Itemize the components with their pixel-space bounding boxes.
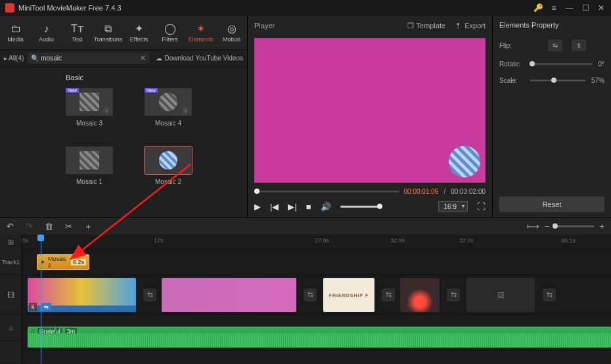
playhead[interactable] <box>41 235 41 363</box>
play-button[interactable]: ▶ <box>254 202 261 212</box>
redo-button[interactable]: ↷ <box>26 221 33 231</box>
zoom-fit-button[interactable]: ⟼ <box>527 221 539 231</box>
video-clip-2[interactable] <box>162 278 296 312</box>
prev-frame-button[interactable]: |◀ <box>270 202 279 212</box>
video-track[interactable]: 🔇 ⇆ ⇆ ⇆ FRIENDSHIP F ⇆ ⇆ 🖼 ⇆ <box>22 275 611 315</box>
tab-elements[interactable]: ✶Elements <box>185 16 216 49</box>
category-label: Basic <box>66 74 240 81</box>
tab-transitions[interactable]: ⧉Transitions <box>93 16 124 49</box>
search-input[interactable] <box>28 53 149 64</box>
video-clip-4[interactable] <box>400 278 440 312</box>
rotate-value: 0° <box>598 60 604 68</box>
motion-icon: ◎ <box>227 22 237 35</box>
tab-motion[interactable]: ◎Motion <box>216 16 247 49</box>
element-clip-mosaic-2[interactable]: ✶ Mosaic 2 6.2s <box>37 254 89 270</box>
seek-slider[interactable] <box>254 191 399 193</box>
elements-track[interactable]: ✶ Mosaic 2 6.2s <box>22 249 611 275</box>
undo-button[interactable]: ↶ <box>7 221 14 231</box>
export-button[interactable]: ⭱Export <box>455 22 486 30</box>
rotate-label: Rotate: <box>499 60 524 68</box>
rotate-slider[interactable] <box>530 63 593 65</box>
clear-search-button[interactable]: ✕ <box>140 54 146 62</box>
transition-slot-5[interactable]: ⇆ <box>543 288 556 302</box>
track1-label: Track1 <box>0 249 22 275</box>
tab-audio[interactable]: ♪Audio <box>31 16 62 49</box>
flip-vertical-button[interactable]: ⥮ <box>572 39 586 51</box>
video-clip-1[interactable]: 🔇 ⇆ <box>28 278 136 312</box>
text-icon: Tᴛ <box>71 22 83 35</box>
fullscreen-button[interactable]: ⛶ <box>477 202 486 212</box>
transition-slot-4[interactable]: ⇆ <box>447 288 460 302</box>
template-icon: ❐ <box>407 22 414 30</box>
aspect-ratio-select[interactable]: 16:9 <box>438 201 468 212</box>
clip-mute-icon[interactable]: 🔇 <box>29 303 37 311</box>
transition-slot-3[interactable]: ⇆ <box>382 288 395 302</box>
transition-slot-2[interactable]: ⇆ <box>304 288 317 302</box>
element-thumb-mosaic-3[interactable]: New↓ Mosaic 3 <box>66 88 113 127</box>
tab-filters[interactable]: ◯Filters <box>154 16 185 49</box>
tab-media[interactable]: 🗀Media <box>0 16 31 49</box>
current-time: 00:00:01:06 <box>404 188 439 195</box>
scale-slider[interactable] <box>530 80 586 81</box>
delete-button[interactable]: 🗑 <box>45 221 53 231</box>
transitions-icon: ⧉ <box>104 23 112 35</box>
zoom-in-button[interactable]: + <box>599 221 604 231</box>
main-toolbar: 🗀Media ♪Audio TᴛText ⧉Transitions ✦Effec… <box>0 16 247 50</box>
new-badge: New <box>66 88 79 93</box>
volume-icon[interactable]: 🔊 <box>321 202 331 212</box>
upgrade-key-icon[interactable]: 🔑 <box>533 3 543 12</box>
cloud-icon: ☁︎ <box>156 55 162 62</box>
template-button[interactable]: ❐Template <box>407 22 446 30</box>
download-icon[interactable]: ↓ <box>102 106 110 114</box>
audio-track[interactable]: ♫ Grateful 3m <box>22 324 611 350</box>
app-logo <box>5 3 14 12</box>
zoom-out-button[interactable]: − <box>545 221 550 231</box>
effects-icon: ✦ <box>135 22 143 35</box>
audio-clip-grateful[interactable]: ♫ Grateful 3m <box>28 327 611 348</box>
elements-icon: ✶ <box>196 22 205 35</box>
stop-button[interactable]: ■ <box>306 202 311 212</box>
flip-horizontal-button[interactable]: ⇋ <box>548 39 562 51</box>
volume-slider[interactable] <box>340 206 380 208</box>
transition-slot-1[interactable]: ⇆ <box>143 288 156 302</box>
transition-applied-icon[interactable]: ⇆ <box>41 303 51 311</box>
total-time: 00:03:02:00 <box>451 188 486 195</box>
player-title: Player <box>254 22 275 30</box>
element-thumb-mosaic-1[interactable]: Mosaic 1 <box>66 147 113 185</box>
category-all-toggle[interactable]: ▸ All(4) <box>4 55 24 62</box>
filters-icon: ◯ <box>164 22 176 35</box>
close-button[interactable]: ✕ <box>597 3 606 12</box>
scale-label: Scale: <box>499 77 524 84</box>
maximize-button[interactable]: ☐ <box>581 3 590 12</box>
download-youtube-link[interactable]: ☁︎Download YouTube Videos <box>156 55 243 62</box>
timeline-ruler[interactable]: 0s 12s 27.9s 32.9s 37.9s 46.1s <box>22 235 611 249</box>
new-badge: New <box>145 88 158 93</box>
reset-button[interactable]: Reset <box>499 196 604 212</box>
app-title: MiniTool MovieMaker Free 7.4.3 <box>18 4 122 12</box>
add-marker-button[interactable]: ＋ <box>84 221 93 233</box>
menu-icon[interactable]: ≡ <box>549 3 558 12</box>
flip-label: Flip: <box>499 42 524 49</box>
mosaic-overlay[interactable] <box>449 146 480 177</box>
media-icon: 🗀 <box>11 23 21 35</box>
download-icon[interactable]: ↓ <box>181 106 189 114</box>
split-button[interactable]: ✂ <box>65 221 72 231</box>
video-track-icon[interactable]: 🎞 <box>7 288 14 302</box>
properties-title: Elements Property <box>499 21 604 29</box>
video-clip-3[interactable]: FRIENDSHIP F <box>323 278 374 312</box>
player-viewport[interactable] <box>254 38 486 183</box>
tab-effects[interactable]: ✦Effects <box>124 16 154 49</box>
video-clip-placeholder[interactable]: 🖼 <box>466 278 535 312</box>
export-icon: ⭱ <box>455 22 462 30</box>
element-thumb-mosaic-2[interactable]: Mosaic 2 <box>145 147 192 185</box>
minimize-button[interactable]: — <box>565 3 574 12</box>
audio-icon: ♪ <box>44 23 49 35</box>
next-frame-button[interactable]: ▶| <box>288 202 296 212</box>
element-thumb-mosaic-4[interactable]: New↓ Mosaic 4 <box>145 88 192 127</box>
add-track-button[interactable]: ⊞ <box>0 235 22 249</box>
tab-text[interactable]: TᴛText <box>62 16 93 49</box>
time-sep: / <box>443 188 445 195</box>
audio-track-icon[interactable]: ♫ <box>8 321 13 335</box>
zoom-slider[interactable] <box>554 225 594 227</box>
image-placeholder-icon: 🖼 <box>497 291 505 299</box>
